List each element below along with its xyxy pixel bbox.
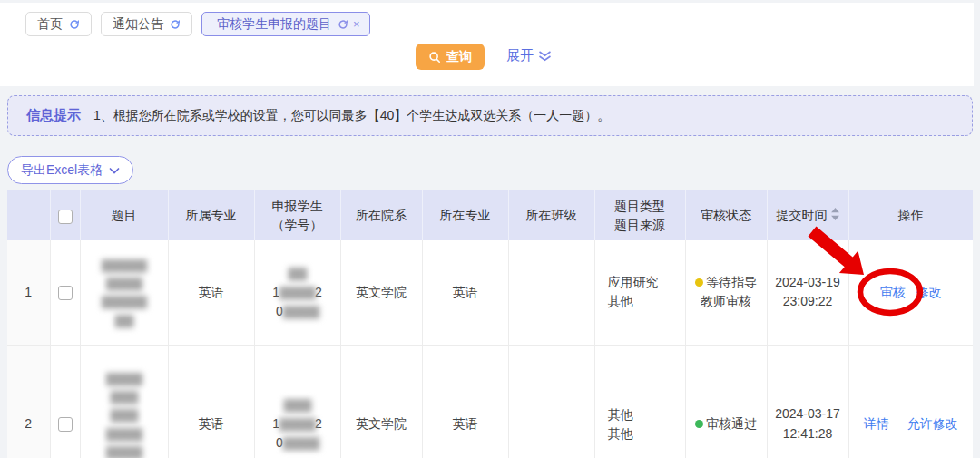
- status-cell: 等待指导教师审核: [685, 240, 767, 345]
- topics-table: 题目 所属专业 申报学生 （学号） 所在院系 所在专业 所在班级 题目类型 题目…: [7, 190, 973, 458]
- query-button[interactable]: 查询: [416, 44, 485, 70]
- column-header-actions: 操作: [848, 190, 973, 240]
- refresh-icon[interactable]: [338, 19, 348, 30]
- status-dot: [695, 278, 703, 287]
- info-banner-title: 信息提示: [26, 107, 81, 124]
- type-cell: 其他 其他: [594, 345, 685, 458]
- sort-icon[interactable]: [831, 207, 839, 225]
- expand-label: 展开: [506, 47, 534, 64]
- info-banner: 信息提示 1、根据您所在院系或学校的设置，您可以同最多【40】个学生达成双选关系…: [7, 95, 973, 136]
- column-header-status: 审核状态: [685, 190, 767, 240]
- department-cell: 英文学院: [340, 240, 422, 345]
- expand-link[interactable]: 展开: [506, 47, 552, 64]
- student-cell: ▇▇ 1▇▇▇▇2 0▇▇▇▇: [254, 240, 340, 345]
- column-header-major: 所属专业: [168, 190, 254, 240]
- search-icon: [428, 51, 441, 63]
- column-header-index: [7, 190, 50, 240]
- top-panel: 首页 通知公告 审核学生申报的题目 ×: [0, 3, 974, 86]
- tab-review-student-topics[interactable]: 审核学生申报的题目 ×: [201, 12, 370, 36]
- topic-title-redacted: ▇▇▇▇ ▇▇▇ ▇▇▇ ▇▇▇▇ ▇▇▇▇ ▇▇▇: [80, 345, 168, 458]
- major2-cell: 英语: [422, 240, 508, 345]
- type-cell: 应用研究 其他: [594, 240, 685, 345]
- allow-modify-link[interactable]: 允许修改: [907, 416, 958, 431]
- query-toolbar: 查询 展开: [0, 44, 974, 71]
- column-header-department: 所在院系: [340, 190, 422, 240]
- refresh-icon[interactable]: [69, 19, 80, 30]
- tab-home-label: 首页: [37, 16, 63, 33]
- table-row: 1 ▇▇▇▇▇ ▇▇▇▇ ▇▇▇▇▇ ▇▇ 英语 ▇▇ 1▇▇▇▇2 0▇▇▇▇…: [7, 240, 973, 345]
- query-button-label: 查询: [446, 49, 472, 65]
- actions-cell: 审核修改: [848, 240, 973, 345]
- row-checkbox[interactable]: [58, 286, 73, 300]
- tab-review-label: 审核学生申报的题目: [217, 16, 331, 33]
- table-header-row: 题目 所属专业 申报学生 （学号） 所在院系 所在专业 所在班级 题目类型 题目…: [7, 190, 973, 240]
- info-banner-text: 1、根据您所在院系或学校的设置，您可以同最多【40】个学生达成双选关系（一人一题…: [93, 108, 610, 124]
- student-cell: ▇▇▇ 1▇▇▇▇2 0▇▇▇▇: [254, 345, 340, 458]
- submit-time-cell: 2024-03-17 12:41:28: [767, 345, 848, 458]
- status-cell: 审核通过: [685, 345, 767, 458]
- column-header-type: 题目类型 题目来源: [594, 190, 685, 240]
- modify-link[interactable]: 修改: [916, 285, 942, 299]
- tab-bar: 首页 通知公告 审核学生申报的题目 ×: [0, 3, 974, 36]
- row-checkbox[interactable]: [58, 417, 73, 432]
- major-cell: 英语: [168, 345, 254, 458]
- column-header-title: 题目: [80, 190, 168, 240]
- status-dot: [695, 420, 703, 428]
- major2-cell: 英语: [422, 345, 508, 458]
- details-link[interactable]: 详情: [864, 416, 889, 431]
- column-header-submit-time[interactable]: 提交时间: [767, 190, 848, 240]
- chevron-double-down-icon: [538, 50, 552, 63]
- select-all-checkbox[interactable]: [58, 210, 73, 224]
- chevron-down-icon: [109, 167, 120, 174]
- submit-time-cell: 2024-03-19 23:09:22: [767, 240, 848, 345]
- column-header-major2: 所在专业: [422, 190, 508, 240]
- export-excel-button[interactable]: 导出Excel表格: [7, 156, 133, 184]
- class-cell: [508, 240, 594, 345]
- tab-notices[interactable]: 通知公告: [101, 12, 192, 36]
- department-cell: 英文学院: [340, 345, 422, 458]
- tab-home[interactable]: 首页: [25, 12, 92, 36]
- column-header-class: 所在班级: [508, 190, 594, 240]
- column-header-student: 申报学生 （学号）: [254, 190, 340, 240]
- row-index: 2: [7, 345, 50, 458]
- column-header-checkbox: [50, 190, 80, 240]
- class-cell: [508, 345, 594, 458]
- table-row: 2 ▇▇▇▇ ▇▇▇ ▇▇▇ ▇▇▇▇ ▇▇▇▇ ▇▇▇ 英语 ▇▇▇ 1▇▇▇…: [7, 345, 973, 458]
- row-index: 1: [7, 240, 50, 345]
- refresh-icon[interactable]: [170, 19, 181, 30]
- export-excel-label: 导出Excel表格: [21, 162, 103, 179]
- tab-notices-label: 通知公告: [113, 16, 163, 33]
- review-link[interactable]: 审核: [880, 285, 906, 299]
- close-tab-icon[interactable]: ×: [353, 18, 360, 30]
- topic-title-redacted: ▇▇▇▇▇ ▇▇▇▇ ▇▇▇▇▇ ▇▇: [80, 240, 168, 345]
- actions-cell: 详情允许修改: [848, 345, 973, 458]
- major-cell: 英语: [168, 240, 254, 345]
